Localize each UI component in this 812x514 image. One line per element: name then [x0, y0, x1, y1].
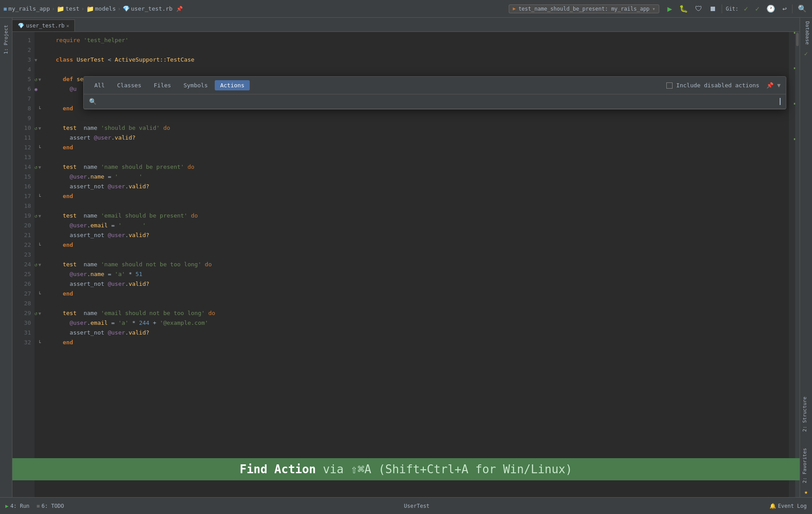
- method-email-20: email: [90, 221, 108, 230]
- coverage-button[interactable]: 🛡: [693, 4, 704, 14]
- fold-end-22: └: [35, 243, 41, 248]
- git-history-button[interactable]: 🕐: [765, 4, 777, 14]
- breadcrumb-file[interactable]: 💎 user_test.rb: [123, 5, 173, 12]
- git-rollback-button[interactable]: ↩: [781, 4, 789, 14]
- line-num-11: 11: [14, 133, 31, 143]
- scrollbar-thumb[interactable]: [796, 33, 799, 46]
- run-line-5-icon[interactable]: ↺: [35, 77, 38, 82]
- dot-31: .: [125, 328, 129, 338]
- code-line-19: test name 'email should be present' do: [56, 211, 789, 221]
- code-line-15: @user.name = ' ': [56, 172, 789, 182]
- line-num-20: 20: [14, 221, 31, 230]
- line-num-32: 32: [14, 338, 31, 347]
- todo-panel-button[interactable]: ≡ 6: TODO: [37, 503, 64, 509]
- line-num-28: 28: [14, 299, 31, 308]
- num-244: 244: [139, 318, 149, 328]
- debug-button[interactable]: 🐛: [677, 4, 690, 14]
- kw-end-8: end: [63, 104, 73, 113]
- dot-26: .: [125, 279, 129, 289]
- name-kw-14: name: [84, 162, 97, 172]
- stop-button[interactable]: ⏹: [708, 4, 718, 14]
- git-check-2[interactable]: ✓: [754, 4, 762, 14]
- main-layout: 1: Project 💎 user_test.rb ✕ 1 2 3 4 5 6: [0, 18, 812, 497]
- git-check-1[interactable]: ✓: [742, 4, 750, 14]
- tab-close-button[interactable]: ✕: [66, 23, 70, 29]
- code-line-14: test name 'name should be present' do: [56, 162, 789, 172]
- ruby-file-icon: 💎: [123, 5, 130, 12]
- popup-tab-actions[interactable]: Actions: [215, 80, 250, 90]
- fold-3-icon[interactable]: ▼: [35, 58, 37, 62]
- search-input[interactable]: [100, 98, 776, 105]
- popup-tab-all[interactable]: All: [89, 80, 110, 90]
- do-kw-29: do: [208, 308, 215, 318]
- run-button[interactable]: ▶: [665, 3, 674, 14]
- popup-tab-classes[interactable]: Classes: [112, 80, 147, 90]
- popup-tab-files-label: Files: [154, 82, 171, 89]
- popup-filter-icon[interactable]: ▼: [777, 82, 781, 89]
- fold-10-icon[interactable]: ▼: [39, 126, 41, 131]
- line-num-9: 9: [14, 113, 31, 123]
- user-test-breadcrumb[interactable]: UserTest: [404, 503, 429, 509]
- fold-14-icon[interactable]: ▼: [39, 165, 41, 170]
- code-line-32: end: [56, 338, 789, 347]
- gutter-mark-4: [794, 138, 795, 140]
- sidebar-item-database[interactable]: Database: [800, 18, 812, 48]
- include-disabled-checkbox[interactable]: [666, 82, 673, 89]
- run-line-10-icon[interactable]: ↺: [35, 125, 38, 131]
- line-num-13: 13: [14, 152, 31, 162]
- assert-11: assert: [70, 133, 90, 143]
- breadcrumb-models-folder[interactable]: 📁 models: [86, 5, 116, 12]
- toolbar-actions: ▶ 🐛 🛡 ⏹ Git: ✓ ✓ 🕐 ↩ 🔍: [665, 3, 808, 14]
- fold-24-icon[interactable]: ▼: [39, 262, 41, 267]
- run-line-24-icon[interactable]: ↺: [35, 262, 38, 268]
- vertical-scrollbar[interactable]: [795, 32, 800, 497]
- run-config-selector[interactable]: ▶ test_name_should_be_present: my_rails_…: [509, 4, 659, 13]
- fold-29-icon[interactable]: ▼: [39, 311, 41, 316]
- line-num-30: 30: [14, 318, 31, 328]
- code-line-9: [56, 113, 789, 123]
- popup-pin-icon[interactable]: 📌: [766, 82, 773, 89]
- fold-19-icon[interactable]: ▼: [39, 214, 41, 218]
- right-gutter: [789, 32, 795, 497]
- dot-11: .: [111, 133, 115, 143]
- code-line-10: test name 'should be valid' do: [56, 123, 789, 133]
- tab-user-test[interactable]: 💎 user_test.rb ✕: [12, 19, 75, 31]
- gutter-32: └: [35, 338, 50, 347]
- line-num-31: 31: [14, 328, 31, 338]
- breadcrumb-test-folder[interactable]: 📁 test: [57, 5, 79, 12]
- find-action-highlight: Find Action: [240, 463, 316, 476]
- bottom-bar: ▶ 4: Run ≡ 6: TODO UserTest 🔔 Event Log: [0, 497, 812, 514]
- breadcrumb-project-label: my_rails_app: [8, 5, 50, 12]
- pin-icon: 📌: [176, 6, 183, 12]
- do-kw-19: do: [191, 211, 198, 221]
- popup-tab-symbols[interactable]: Symbols: [178, 80, 213, 90]
- gutter-7: [35, 94, 50, 104]
- run-line-29-icon[interactable]: ↺: [35, 311, 38, 316]
- run-line-14-icon[interactable]: ↺: [35, 164, 38, 170]
- search-everywhere-button[interactable]: 🔍: [796, 4, 808, 14]
- event-log-button[interactable]: 🔔 Event Log: [769, 503, 807, 509]
- breadcrumb-project[interactable]: ◼ my_rails_app: [4, 5, 50, 12]
- code-line-24: test name 'name should not be too long' …: [56, 260, 789, 269]
- inst-user-name-25: @user: [70, 269, 87, 279]
- line-num-21: 21: [14, 230, 31, 240]
- dot-20: .: [87, 221, 90, 230]
- gutter-9: [35, 113, 50, 123]
- sidebar-item-favorites[interactable]: 2: Favorites: [800, 444, 812, 487]
- bookmark-6-icon[interactable]: ◉: [35, 86, 38, 92]
- test-kw-19: test: [63, 211, 77, 221]
- toolbar-separator-2: [792, 4, 793, 13]
- popup-tab-files[interactable]: Files: [148, 80, 176, 90]
- tab-label: user_test.rb: [26, 23, 65, 29]
- toolbar: ◼ my_rails_app › 📁 test › 📁 models › 💎 u…: [0, 0, 812, 18]
- str-test-helper: 'test_helper': [84, 35, 129, 45]
- sidebar-item-structure[interactable]: 2: Structure: [800, 393, 812, 435]
- fold-end-32: └: [35, 340, 41, 345]
- inst-var-u: @u: [70, 84, 77, 94]
- fold-5-icon[interactable]: ▼: [39, 77, 41, 82]
- gutter-2: [35, 45, 50, 55]
- kw-class: class: [56, 55, 73, 65]
- gutter-31: [35, 328, 50, 338]
- run-line-19-icon[interactable]: ↺: [35, 213, 38, 219]
- kw-end-27: end: [63, 289, 73, 299]
